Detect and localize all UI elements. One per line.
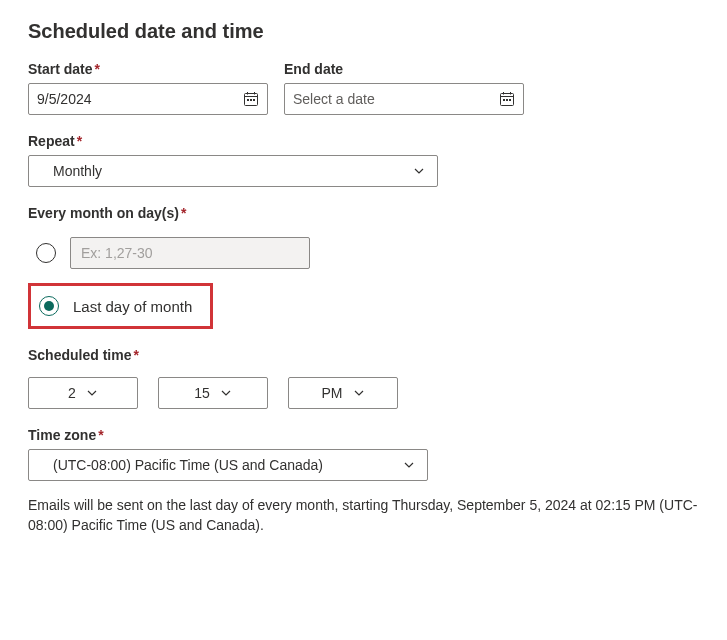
last-day-label: Last day of month — [73, 298, 192, 315]
start-date-field: Start date* 9/5/2024 — [28, 61, 268, 115]
svg-rect-5 — [250, 99, 252, 101]
ampm-select[interactable]: PM — [288, 377, 398, 409]
svg-rect-13 — [509, 99, 511, 101]
radio-checked-icon[interactable] — [39, 296, 59, 316]
end-date-label: End date — [284, 61, 524, 77]
hour-select[interactable]: 2 — [28, 377, 138, 409]
repeat-select[interactable]: Monthly — [28, 155, 438, 187]
section-heading: Scheduled date and time — [28, 20, 699, 43]
repeat-value: Monthly — [53, 163, 102, 179]
chevron-down-icon — [86, 387, 98, 399]
days-placeholder: Ex: 1,27-30 — [81, 245, 153, 261]
start-date-label: Start date* — [28, 61, 268, 77]
chevron-down-icon — [403, 459, 415, 471]
last-day-highlight: Last day of month — [28, 283, 213, 329]
scheduled-time-label: Scheduled time* — [28, 347, 699, 363]
ampm-value: PM — [322, 385, 343, 401]
calendar-icon[interactable] — [499, 91, 515, 107]
minute-value: 15 — [194, 385, 210, 401]
radio-dot — [44, 301, 54, 311]
timezone-select[interactable]: (UTC-08:00) Pacific Time (US and Canada) — [28, 449, 428, 481]
minute-select[interactable]: 15 — [158, 377, 268, 409]
schedule-summary: Emails will be sent on the last day of e… — [28, 495, 699, 536]
svg-rect-6 — [253, 99, 255, 101]
start-date-value: 9/5/2024 — [37, 91, 92, 107]
radio-unchecked-icon[interactable] — [36, 243, 56, 263]
hour-value: 2 — [68, 385, 76, 401]
end-date-input[interactable]: Select a date — [284, 83, 524, 115]
end-date-field: End date Select a date — [284, 61, 524, 115]
end-date-placeholder: Select a date — [293, 91, 375, 107]
chevron-down-icon — [353, 387, 365, 399]
repeat-label: Repeat* — [28, 133, 699, 149]
svg-rect-4 — [247, 99, 249, 101]
every-month-label: Every month on day(s)* — [28, 205, 699, 221]
radio-specific-days[interactable]: Ex: 1,27-30 — [28, 233, 699, 273]
svg-rect-11 — [503, 99, 505, 101]
chevron-down-icon — [220, 387, 232, 399]
timezone-value: (UTC-08:00) Pacific Time (US and Canada) — [53, 457, 383, 473]
svg-rect-12 — [506, 99, 508, 101]
timezone-label: Time zone* — [28, 427, 699, 443]
days-input[interactable]: Ex: 1,27-30 — [70, 237, 310, 269]
calendar-icon[interactable] — [243, 91, 259, 107]
chevron-down-icon — [413, 165, 425, 177]
start-date-input[interactable]: 9/5/2024 — [28, 83, 268, 115]
